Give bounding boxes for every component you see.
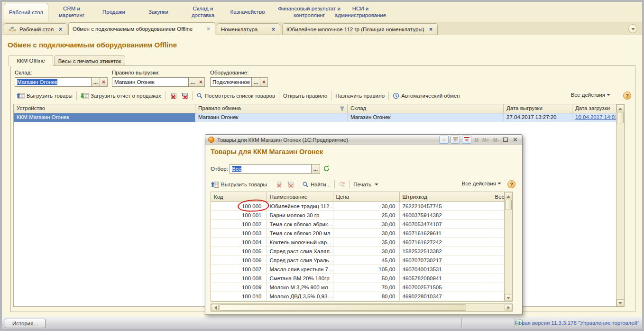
col-import-date[interactable]: Дата загрузки <box>572 104 616 113</box>
goods-cell-name[interactable]: Сметана ВМ 20% 180гр <box>267 274 333 283</box>
cell-device[interactable]: ККМ Магазин Огонек <box>14 113 195 122</box>
goods-cell-barcode[interactable]: 4607070730217 <box>399 256 492 265</box>
goods-cell-price[interactable]: 105,00 <box>333 265 399 274</box>
goods-row[interactable]: 100 005Спред раст-слив Халял...30,001582… <box>211 247 505 256</box>
import-date-link[interactable]: 10.04.2017 14:01:47 <box>575 114 616 120</box>
rule-clear-button[interactable]: × <box>197 77 205 87</box>
goods-cell-weight[interactable] <box>492 220 505 229</box>
goods-cell-weight[interactable] <box>492 256 505 265</box>
rule-select-button[interactable]: ... <box>189 77 197 87</box>
goods-cell-weight[interactable] <box>492 292 505 301</box>
goods-cell-price[interactable]: 80,00 <box>333 292 399 301</box>
scroll-left-button[interactable] <box>211 304 219 311</box>
section-rabochiy-stol[interactable]: Рабочий стол <box>4 3 48 22</box>
goods-cell-weight[interactable] <box>492 283 505 292</box>
col-device[interactable]: Устройство <box>14 104 195 113</box>
goods-cell-name[interactable]: Юбилейное традиц 112 ... <box>267 202 333 211</box>
goods-cell-barcode[interactable]: 4690228010347 <box>399 292 492 301</box>
goods-row[interactable]: 100 001Барни молоко 30 гр25,004600375914… <box>211 211 505 220</box>
goods-cell-name[interactable]: Тема сок яблоко-абрик... <box>267 220 333 229</box>
goods-hscrollbar[interactable] <box>211 303 513 312</box>
goods-cell-code[interactable]: 100 002 <box>211 220 267 229</box>
goods-cell-price[interactable]: 70,00 <box>333 283 399 292</box>
cell-rule[interactable]: Магазин Огонек <box>195 113 348 122</box>
rule-input[interactable]: Магазин Огонек <box>112 77 189 87</box>
memory-m-button[interactable]: M <box>473 137 479 143</box>
upload-goods-button[interactable]: Выгрузить товары <box>209 181 269 188</box>
goods-cell-name[interactable]: Спред раст-слив Ураль... <box>267 256 333 265</box>
goods-cell-barcode[interactable]: 1582532513382 <box>399 247 492 256</box>
goods-cell-name[interactable]: Коктель молочный кар... <box>267 238 333 247</box>
goods-cell-name[interactable]: Спред раст-слив Халял... <box>267 247 333 256</box>
goods-cell-code[interactable]: 100 003 <box>211 229 267 238</box>
cancel-find-button[interactable] <box>337 181 347 188</box>
goods-row[interactable]: 100 007Масло слив крестьян 7...105,00460… <box>211 265 505 274</box>
goods-cell-code[interactable]: 100 007 <box>211 265 267 274</box>
sklad-clear-button[interactable]: × <box>100 77 108 87</box>
scroll-down-button[interactable] <box>616 299 624 306</box>
goods-cell-name[interactable]: Барни молоко 30 гр <box>267 211 333 220</box>
all-actions-button[interactable]: Все действия <box>462 181 501 186</box>
goods-cell-code[interactable]: 100 010 <box>211 292 267 301</box>
upload-goods-button[interactable]: Выгрузить товары <box>15 92 74 100</box>
goods-cell-name[interactable]: Тема сок яблоко 200 мл <box>267 229 333 238</box>
goods-cell-barcode[interactable]: 4605782080941 <box>399 274 492 283</box>
equipment-select-button[interactable]: ... <box>252 77 260 87</box>
load-sales-report-button[interactable]: Загрузить отчет о продажах <box>79 92 163 100</box>
view-goods-list-button[interactable]: Посмотреть список товаров <box>194 92 277 99</box>
goods-cell-barcode[interactable]: 4607040013531 <box>399 265 492 274</box>
close-window-button[interactable]: ✕ <box>511 136 519 143</box>
filter-select-button[interactable]: ... <box>312 164 320 174</box>
device-row[interactable]: ККМ Магазин Огонек Магазин Огонек Магази… <box>14 113 616 122</box>
close-tab-icon[interactable]: × <box>206 26 211 32</box>
subtab-vesy[interactable]: Весы с печатью этикеток <box>54 55 125 66</box>
goods-cell-weight[interactable] <box>492 274 505 283</box>
help-button[interactable]: ? <box>623 92 631 100</box>
help-button[interactable]: ? <box>507 180 515 188</box>
goods-cell-code[interactable]: 100 004 <box>211 238 267 247</box>
goods-cell-price[interactable]: 35,00 <box>333 238 399 247</box>
calculator-button[interactable] <box>451 136 460 144</box>
goods-cell-weight[interactable] <box>492 211 505 220</box>
section-zakupki[interactable]: Закупки <box>138 2 179 22</box>
scroll-up-button[interactable] <box>505 192 512 199</box>
tab-rabochiy-stol[interactable]: Рабочий стол × <box>4 23 67 35</box>
auto-exchange-button[interactable]: Автоматический обмен <box>391 92 461 99</box>
sklad-input[interactable]: Магазин Огонек <box>15 77 92 87</box>
tab-nomenklatura[interactable]: Номенклатура × <box>217 23 280 35</box>
clear-import-button[interactable] <box>179 92 190 100</box>
goods-cell-weight[interactable] <box>492 229 505 238</box>
goods-cell-barcode[interactable]: 4607053474107 <box>399 220 492 229</box>
col-barcode[interactable]: Штрихкод <box>399 192 492 202</box>
goods-cell-barcode[interactable]: 7622210457745 <box>399 202 492 211</box>
section-nsi-admin[interactable]: НСИ и администрирование <box>327 2 394 22</box>
devices-scrollbar[interactable] <box>616 104 624 306</box>
scroll-thumb[interactable] <box>505 200 512 210</box>
col-name[interactable]: Наименование <box>267 192 333 202</box>
goods-cell-price[interactable]: 30,00 <box>333 220 399 229</box>
goods-cell-code[interactable]: 100 005 <box>211 247 267 256</box>
print-button[interactable]: Печать <box>351 182 380 187</box>
scroll-up-button[interactable] <box>616 104 624 111</box>
section-kaznacheystvo[interactable]: Казначейство <box>226 2 269 22</box>
goods-window-titlebar[interactable]: Товары для ККМ Магазин Огонек (1С:Предпр… <box>205 135 522 145</box>
col-weight[interactable]: Весовой <box>492 192 505 202</box>
tabs-overflow-button[interactable] <box>628 24 637 33</box>
goods-row[interactable]: 100 003Тема сок яблоко 200 мл30,00460716… <box>211 229 505 238</box>
scroll-thumb[interactable] <box>220 304 466 311</box>
goods-cell-code[interactable]: 100 009 <box>211 283 267 292</box>
close-tab-icon[interactable]: × <box>428 26 433 33</box>
goods-cell-code[interactable]: 100 001 <box>211 211 267 220</box>
goods-cell-name[interactable]: Масло слив крестьян 7... <box>267 265 333 274</box>
close-tab-icon[interactable]: × <box>58 26 63 33</box>
goods-cell-barcode[interactable]: 4600375914382 <box>399 211 492 220</box>
goods-cell-weight[interactable] <box>492 202 505 211</box>
refresh-icon[interactable] <box>323 165 330 172</box>
goods-cell-code[interactable]: 100 006 <box>211 256 267 265</box>
goods-row[interactable]: 100 010Молоко ДВД 3,5% 0,93...80,0046902… <box>211 292 505 301</box>
goods-cell-name[interactable]: Молоко М 3,2% 900 мл <box>267 283 333 292</box>
cell-export-date[interactable]: 27.04.2017 13:27:20 <box>504 113 572 122</box>
goods-cell-price[interactable]: 30,00 <box>333 229 399 238</box>
col-export-date[interactable]: Дата выгрузки <box>504 104 572 113</box>
goods-row[interactable]: 100 002Тема сок яблоко-абрик...30,004607… <box>211 220 505 229</box>
